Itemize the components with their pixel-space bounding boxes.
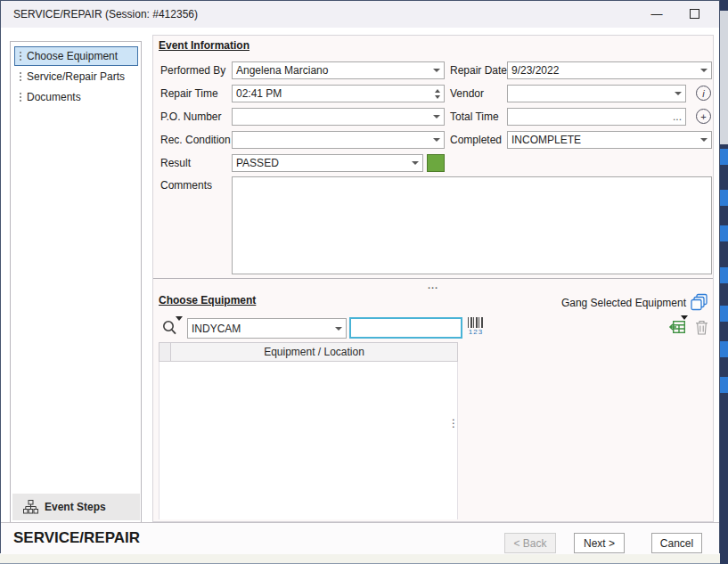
sidebar-item-label: Documents bbox=[27, 91, 81, 103]
plus-icon: + bbox=[700, 111, 706, 122]
chevron-down-icon bbox=[176, 316, 183, 321]
result-color-swatch bbox=[427, 154, 445, 172]
grip-dots-icon bbox=[20, 52, 21, 53]
event-steps-button[interactable]: Event Steps bbox=[12, 494, 140, 520]
main-panel: Event Information Performed By Angelena … bbox=[152, 35, 714, 522]
gang-copy-button[interactable] bbox=[690, 293, 708, 315]
next-button[interactable]: Next > bbox=[574, 533, 625, 553]
dialog-footer: SERVICE/REPAIR < Back Next > Cancel bbox=[1, 522, 719, 554]
repair-time-value: 02:41 PM bbox=[236, 87, 431, 100]
horizontal-splitter[interactable] bbox=[153, 278, 713, 279]
total-time-label: Total Time bbox=[450, 110, 499, 123]
background-window-strip bbox=[720, 0, 728, 564]
chevron-down-icon bbox=[433, 115, 440, 119]
table-import-icon bbox=[668, 319, 686, 335]
chevron-down-icon bbox=[675, 92, 682, 95]
sidebar-item-documents[interactable]: Documents bbox=[14, 87, 138, 107]
maximize-icon bbox=[690, 9, 699, 19]
grip-dots-icon bbox=[20, 93, 21, 94]
vendor-label: Vendor bbox=[450, 87, 484, 100]
comments-textarea[interactable] bbox=[232, 176, 712, 274]
rec-condition-select[interactable] bbox=[232, 131, 445, 149]
assign-equipment-button[interactable] bbox=[668, 319, 686, 338]
maximize-button[interactable] bbox=[678, 1, 710, 27]
step-sidebar: Choose Equipment Service/Repair Parts Do… bbox=[10, 41, 142, 524]
equipment-table-body[interactable] bbox=[159, 362, 458, 519]
event-information-title: Event Information bbox=[159, 39, 249, 52]
equipment-category-value: INDYCAM bbox=[192, 323, 331, 335]
result-value: PASSED bbox=[236, 157, 408, 169]
trash-icon bbox=[695, 320, 708, 335]
spinner-up-icon[interactable] bbox=[435, 89, 440, 93]
sidebar-item-label: Choose Equipment bbox=[27, 50, 118, 62]
service-repair-dialog: SERVICE/REPAIR (Session: #412356) — Choo… bbox=[0, 0, 720, 553]
cancel-button[interactable]: Cancel bbox=[651, 533, 702, 553]
ellipsis-button[interactable]: ... bbox=[673, 110, 682, 123]
spinner-down-icon[interactable] bbox=[435, 95, 440, 99]
splitter-handle-icon[interactable]: ... bbox=[428, 280, 438, 290]
time-spinner[interactable] bbox=[435, 89, 440, 99]
completed-value: INCOMPLETE bbox=[511, 134, 697, 146]
vendor-select[interactable] bbox=[507, 85, 686, 102]
add-time-button[interactable]: + bbox=[696, 109, 711, 124]
po-number-select[interactable] bbox=[232, 108, 445, 126]
stacked-pages-icon bbox=[690, 293, 708, 312]
performed-by-select[interactable]: Angelena Marciano bbox=[232, 61, 445, 79]
chevron-down-icon bbox=[700, 138, 708, 142]
chevron-down-icon bbox=[681, 315, 688, 320]
chevron-down-icon bbox=[433, 69, 440, 72]
performed-by-label: Performed By bbox=[160, 64, 225, 77]
background-window-bottom bbox=[0, 554, 720, 564]
background-strip-item bbox=[720, 225, 728, 241]
barcode-entry-button[interactable]: 123 bbox=[468, 317, 484, 336]
back-button[interactable]: < Back bbox=[504, 533, 556, 553]
background-strip-item bbox=[720, 267, 728, 283]
equipment-category-select[interactable]: INDYCAM bbox=[187, 318, 347, 339]
chevron-down-icon bbox=[335, 327, 342, 331]
result-label: Result bbox=[160, 157, 191, 169]
minimize-button[interactable]: — bbox=[641, 1, 673, 27]
equipment-location-column-header[interactable]: Equipment / Location bbox=[170, 342, 458, 362]
sidebar-item-choose-equipment[interactable]: Choose Equipment bbox=[14, 46, 138, 66]
table-row-selector-header[interactable] bbox=[159, 342, 171, 362]
background-strip-item bbox=[720, 306, 728, 322]
repair-date-label: Repair Date bbox=[450, 64, 507, 77]
po-number-label: P.O. Number bbox=[160, 110, 221, 123]
chevron-down-icon bbox=[700, 69, 708, 72]
gang-selected-equipment-label: Gang Selected Equipment bbox=[561, 297, 686, 309]
choose-equipment-title: Choose Equipment bbox=[159, 294, 256, 307]
chevron-down-icon bbox=[412, 161, 419, 165]
titlebar[interactable]: SERVICE/REPAIR (Session: #412356) — bbox=[1, 1, 719, 28]
rec-condition-label: Rec. Condition bbox=[160, 134, 231, 146]
repair-time-label: Repair Time bbox=[160, 87, 218, 100]
screen: SERVICE/REPAIR (Session: #412356) — Choo… bbox=[0, 0, 728, 564]
background-strip-item bbox=[720, 190, 728, 206]
sidebar-item-service-repair-parts[interactable]: Service/Repair Parts bbox=[14, 67, 138, 86]
grip-dots-icon bbox=[20, 72, 21, 74]
repair-date-select[interactable]: 9/23/2022 bbox=[507, 61, 712, 79]
completed-select[interactable]: INCOMPLETE bbox=[507, 131, 712, 149]
window-title: SERVICE/REPAIR (Session: #412356) bbox=[13, 1, 198, 28]
footer-title: SERVICE/REPAIR bbox=[13, 529, 140, 547]
performed-by-value: Angelena Marciano bbox=[236, 64, 429, 77]
total-time-field[interactable]: ... bbox=[507, 108, 686, 126]
completed-label: Completed bbox=[450, 134, 502, 146]
result-select[interactable]: PASSED bbox=[232, 154, 423, 172]
hierarchy-icon bbox=[23, 500, 38, 514]
sidebar-item-label: Service/Repair Parts bbox=[27, 70, 125, 83]
chevron-down-icon bbox=[433, 138, 440, 142]
equipment-search-input[interactable] bbox=[349, 317, 462, 339]
info-icon: i bbox=[702, 88, 704, 99]
barcode-icon bbox=[468, 317, 484, 328]
vertical-splitter-handle[interactable]: ⋮ bbox=[448, 421, 454, 426]
background-strip-item bbox=[720, 149, 728, 165]
equipment-search-button[interactable] bbox=[160, 317, 182, 339]
background-strip-item bbox=[720, 377, 728, 393]
vendor-info-button[interactable]: i bbox=[696, 86, 711, 101]
background-strip-light bbox=[720, 11, 728, 144]
comments-label: Comments bbox=[160, 179, 212, 192]
barcode-digits: 123 bbox=[468, 328, 484, 336]
repair-date-value: 9/23/2022 bbox=[511, 64, 697, 77]
delete-equipment-button[interactable] bbox=[695, 320, 708, 338]
repair-time-field[interactable]: 02:41 PM bbox=[232, 85, 445, 102]
